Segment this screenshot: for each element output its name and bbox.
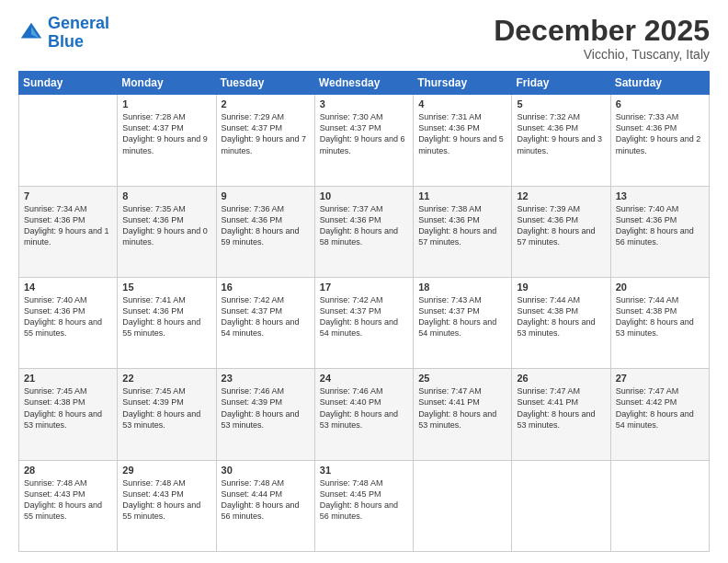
sunrise-text: Sunrise: 7:36 AM bbox=[222, 203, 310, 214]
day-info: Sunrise: 7:42 AM Sunset: 4:37 PM Dayligh… bbox=[222, 294, 310, 339]
header-saturday: Saturday bbox=[610, 72, 709, 95]
sunrise-text: Sunrise: 7:46 AM bbox=[222, 385, 310, 396]
table-cell: 16 Sunrise: 7:42 AM Sunset: 4:37 PM Dayl… bbox=[216, 277, 314, 368]
day-number: 2 bbox=[222, 98, 310, 109]
daylight-text: Daylight: 8 hours and 53 minutes. bbox=[122, 408, 210, 431]
sunrise-text: Sunrise: 7:46 AM bbox=[320, 385, 408, 396]
daylight-text: Daylight: 8 hours and 55 minutes. bbox=[24, 500, 112, 522]
day-info: Sunrise: 7:31 AM Sunset: 4:36 PM Dayligh… bbox=[418, 111, 506, 156]
sunrise-text: Sunrise: 7:48 AM bbox=[222, 477, 310, 488]
day-number: 27 bbox=[616, 373, 704, 384]
table-cell bbox=[512, 460, 610, 551]
table-cell: 17 Sunrise: 7:42 AM Sunset: 4:37 PM Dayl… bbox=[314, 277, 413, 368]
sunrise-text: Sunrise: 7:32 AM bbox=[517, 111, 605, 122]
sunset-text: Sunset: 4:36 PM bbox=[222, 214, 310, 225]
daylight-text: Daylight: 8 hours and 53 minutes. bbox=[616, 316, 704, 339]
day-number: 24 bbox=[320, 373, 408, 384]
location-subtitle: Vicchio, Tuscany, Italy bbox=[494, 47, 710, 62]
sunset-text: Sunset: 4:37 PM bbox=[418, 305, 506, 316]
header-friday: Friday bbox=[512, 72, 610, 95]
day-number: 8 bbox=[122, 190, 210, 201]
sunset-text: Sunset: 4:36 PM bbox=[320, 214, 408, 225]
daylight-text: Daylight: 8 hours and 57 minutes. bbox=[418, 225, 506, 247]
month-title: December 2025 bbox=[494, 15, 710, 47]
table-cell: 21 Sunrise: 7:45 AM Sunset: 4:38 PM Dayl… bbox=[19, 369, 118, 460]
daylight-text: Daylight: 8 hours and 56 minutes. bbox=[320, 500, 408, 522]
day-info: Sunrise: 7:46 AM Sunset: 4:40 PM Dayligh… bbox=[320, 385, 408, 431]
day-info: Sunrise: 7:48 AM Sunset: 4:43 PM Dayligh… bbox=[24, 477, 112, 523]
day-number: 1 bbox=[122, 98, 210, 109]
weekday-header-row: Sunday Monday Tuesday Wednesday Thursday… bbox=[19, 72, 710, 95]
page: General Blue December 2025 Vicchio, Tusc… bbox=[0, 0, 728, 563]
sunset-text: Sunset: 4:36 PM bbox=[24, 214, 112, 225]
sunrise-text: Sunrise: 7:45 AM bbox=[122, 385, 210, 396]
sunset-text: Sunset: 4:36 PM bbox=[616, 122, 704, 133]
sunrise-text: Sunrise: 7:48 AM bbox=[24, 477, 112, 488]
daylight-text: Daylight: 8 hours and 53 minutes. bbox=[517, 408, 605, 431]
sunrise-text: Sunrise: 7:47 AM bbox=[517, 385, 605, 396]
header: General Blue December 2025 Vicchio, Tusc… bbox=[18, 15, 710, 62]
day-number: 28 bbox=[24, 465, 112, 476]
day-info: Sunrise: 7:40 AM Sunset: 4:36 PM Dayligh… bbox=[616, 203, 704, 248]
sunset-text: Sunset: 4:45 PM bbox=[320, 488, 408, 500]
sunset-text: Sunset: 4:43 PM bbox=[24, 488, 112, 500]
day-info: Sunrise: 7:34 AM Sunset: 4:36 PM Dayligh… bbox=[24, 203, 112, 248]
day-info: Sunrise: 7:36 AM Sunset: 4:36 PM Dayligh… bbox=[222, 203, 310, 248]
day-info: Sunrise: 7:41 AM Sunset: 4:36 PM Dayligh… bbox=[122, 294, 210, 339]
sunset-text: Sunset: 4:36 PM bbox=[24, 305, 112, 316]
table-cell: 25 Sunrise: 7:47 AM Sunset: 4:41 PM Dayl… bbox=[414, 369, 512, 460]
table-cell: 14 Sunrise: 7:40 AM Sunset: 4:36 PM Dayl… bbox=[19, 277, 118, 368]
sunset-text: Sunset: 4:37 PM bbox=[122, 122, 210, 133]
day-info: Sunrise: 7:47 AM Sunset: 4:42 PM Dayligh… bbox=[616, 385, 704, 431]
sunrise-text: Sunrise: 7:43 AM bbox=[418, 294, 506, 305]
day-number: 20 bbox=[616, 282, 704, 293]
logo-text: General Blue bbox=[48, 15, 109, 52]
day-number: 11 bbox=[418, 190, 506, 201]
daylight-text: Daylight: 8 hours and 53 minutes. bbox=[320, 408, 408, 431]
header-tuesday: Tuesday bbox=[216, 72, 314, 95]
day-info: Sunrise: 7:48 AM Sunset: 4:45 PM Dayligh… bbox=[320, 477, 408, 523]
day-number: 14 bbox=[24, 282, 112, 293]
sunset-text: Sunset: 4:44 PM bbox=[222, 488, 310, 500]
day-number: 13 bbox=[616, 190, 704, 201]
day-info: Sunrise: 7:35 AM Sunset: 4:36 PM Dayligh… bbox=[122, 203, 210, 248]
day-number: 17 bbox=[320, 282, 408, 293]
daylight-text: Daylight: 9 hours and 3 minutes. bbox=[517, 133, 605, 155]
sunrise-text: Sunrise: 7:41 AM bbox=[122, 294, 210, 305]
table-cell: 23 Sunrise: 7:46 AM Sunset: 4:39 PM Dayl… bbox=[216, 369, 314, 460]
day-info: Sunrise: 7:44 AM Sunset: 4:38 PM Dayligh… bbox=[616, 294, 704, 339]
daylight-text: Daylight: 8 hours and 56 minutes. bbox=[616, 225, 704, 247]
sunset-text: Sunset: 4:36 PM bbox=[517, 214, 605, 225]
table-cell: 10 Sunrise: 7:37 AM Sunset: 4:36 PM Dayl… bbox=[314, 186, 413, 277]
day-number: 22 bbox=[122, 373, 210, 384]
header-sunday: Sunday bbox=[19, 72, 118, 95]
sunrise-text: Sunrise: 7:48 AM bbox=[122, 477, 210, 488]
table-cell: 24 Sunrise: 7:46 AM Sunset: 4:40 PM Dayl… bbox=[314, 369, 413, 460]
day-info: Sunrise: 7:43 AM Sunset: 4:37 PM Dayligh… bbox=[418, 294, 506, 339]
day-info: Sunrise: 7:32 AM Sunset: 4:36 PM Dayligh… bbox=[517, 111, 605, 156]
day-number: 25 bbox=[418, 373, 506, 384]
daylight-text: Daylight: 9 hours and 2 minutes. bbox=[616, 133, 704, 155]
table-cell: 3 Sunrise: 7:30 AM Sunset: 4:37 PM Dayli… bbox=[314, 95, 413, 186]
table-cell: 2 Sunrise: 7:29 AM Sunset: 4:37 PM Dayli… bbox=[216, 95, 314, 186]
table-cell: 11 Sunrise: 7:38 AM Sunset: 4:36 PM Dayl… bbox=[414, 186, 512, 277]
day-number: 21 bbox=[24, 373, 112, 384]
sunrise-text: Sunrise: 7:31 AM bbox=[418, 111, 506, 122]
table-cell: 31 Sunrise: 7:48 AM Sunset: 4:45 PM Dayl… bbox=[314, 460, 413, 551]
day-info: Sunrise: 7:47 AM Sunset: 4:41 PM Dayligh… bbox=[418, 385, 506, 431]
sunrise-text: Sunrise: 7:33 AM bbox=[616, 111, 704, 122]
table-cell: 12 Sunrise: 7:39 AM Sunset: 4:36 PM Dayl… bbox=[512, 186, 610, 277]
table-cell bbox=[19, 95, 118, 186]
day-number: 19 bbox=[517, 282, 605, 293]
day-number: 6 bbox=[616, 98, 704, 109]
sunset-text: Sunset: 4:36 PM bbox=[418, 214, 506, 225]
sunrise-text: Sunrise: 7:44 AM bbox=[616, 294, 704, 305]
sunrise-text: Sunrise: 7:35 AM bbox=[122, 203, 210, 214]
day-info: Sunrise: 7:48 AM Sunset: 4:43 PM Dayligh… bbox=[122, 477, 210, 523]
daylight-text: Daylight: 8 hours and 55 minutes. bbox=[122, 316, 210, 339]
sunset-text: Sunset: 4:37 PM bbox=[320, 122, 408, 133]
table-cell: 19 Sunrise: 7:44 AM Sunset: 4:38 PM Dayl… bbox=[512, 277, 610, 368]
sunrise-text: Sunrise: 7:42 AM bbox=[320, 294, 408, 305]
sunrise-text: Sunrise: 7:40 AM bbox=[616, 203, 704, 214]
header-monday: Monday bbox=[118, 72, 216, 95]
